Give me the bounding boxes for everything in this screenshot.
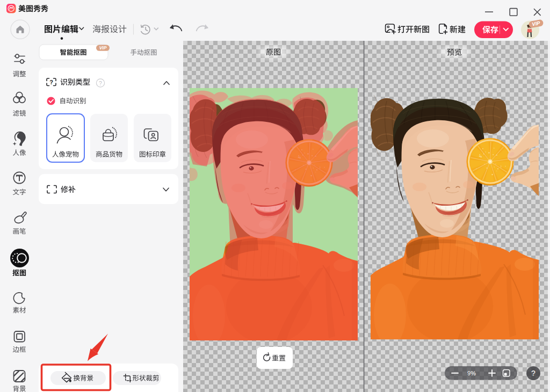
svg-text:9%: 9% [467, 370, 476, 376]
svg-text:?: ? [49, 79, 53, 85]
svg-text:?: ? [99, 80, 102, 86]
svg-text:?: ? [531, 369, 535, 378]
svg-text:VIP: VIP [99, 45, 107, 50]
